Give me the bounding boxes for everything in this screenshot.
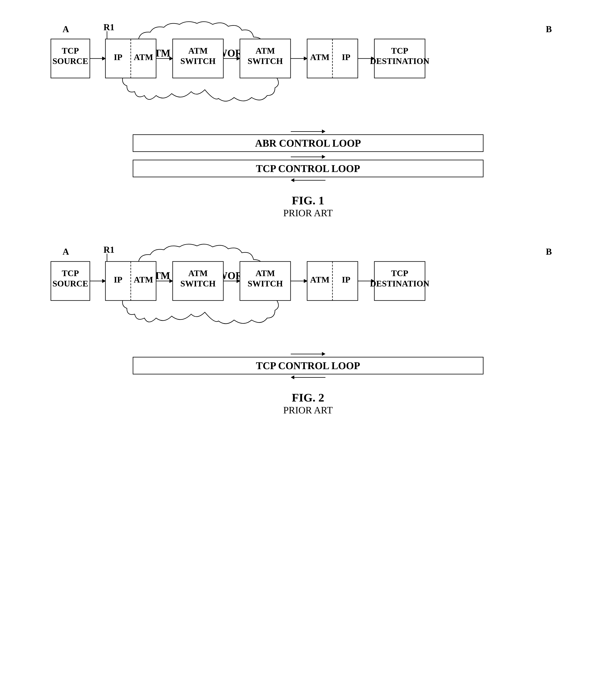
- svg-text:SWITCH: SWITCH: [247, 56, 283, 66]
- svg-text:ATM: ATM: [255, 46, 275, 56]
- fig1-tcp-loop: TCP CONTROL LOOP: [133, 160, 483, 177]
- fig1-label-r1: R1: [103, 22, 114, 32]
- fig2-tcp-arrow-left: [291, 376, 326, 379]
- svg-text:TCP: TCP: [62, 46, 79, 56]
- fig2-subtitle: PRIOR ART: [283, 405, 333, 416]
- svg-text:ATM: ATM: [134, 53, 153, 62]
- figure-2: ATM UBR NETWORK A R1 B TCP SOURCE IP ATM: [23, 238, 593, 416]
- fig1-abr-loop-container: ABR CONTROL LOOP: [133, 129, 483, 152]
- svg-text:ATM: ATM: [310, 275, 329, 285]
- svg-text:TCP: TCP: [391, 268, 408, 278]
- svg-text:SOURCE: SOURCE: [53, 56, 88, 66]
- svg-text:IP: IP: [342, 53, 350, 62]
- fig1-label: FIG. 1 PRIOR ART: [283, 194, 333, 219]
- fig2-label-b: B: [546, 247, 552, 257]
- fig1-abr-arrow-right: [291, 129, 326, 133]
- figure-1: ATM ABR NETWORK A R1 B TCP SOURCE IP ATM: [23, 15, 593, 219]
- fig2-tcp-loop: TCP CONTROL LOOP: [133, 357, 483, 375]
- svg-text:IP: IP: [114, 275, 123, 285]
- svg-text:SWITCH: SWITCH: [180, 56, 215, 66]
- svg-text:ATM: ATM: [310, 53, 329, 62]
- fig2-tcp-arrow-right: [291, 352, 326, 356]
- fig1-diagram: ATM ABR NETWORK A R1 B TCP SOURCE IP ATM: [45, 15, 571, 129]
- svg-text:ATM: ATM: [188, 46, 208, 56]
- svg-text:TCP: TCP: [62, 268, 79, 278]
- svg-text:DESTINATION: DESTINATION: [370, 56, 429, 66]
- fig1-label-a: A: [63, 24, 69, 34]
- fig2-label: FIG. 2 PRIOR ART: [283, 391, 333, 416]
- fig2-diagram: ATM UBR NETWORK A R1 B TCP SOURCE IP ATM: [45, 238, 571, 352]
- fig2-label-r1: R1: [103, 245, 114, 255]
- fig1-abr-loop-label: ABR CONTROL LOOP: [255, 137, 361, 149]
- svg-text:IP: IP: [114, 53, 123, 62]
- svg-text:SOURCE: SOURCE: [53, 279, 88, 288]
- fig2-tcp-loop-label: TCP CONTROL LOOP: [256, 360, 360, 371]
- fig1-label-b: B: [546, 24, 552, 34]
- svg-text:TCP: TCP: [391, 46, 408, 56]
- fig1-title: FIG. 1: [283, 194, 333, 207]
- fig1-abr-loop: ABR CONTROL LOOP: [133, 134, 483, 152]
- fig1-tcp-arrow-left: [291, 178, 326, 182]
- svg-text:SWITCH: SWITCH: [247, 279, 283, 288]
- svg-text:ATM: ATM: [255, 268, 275, 278]
- fig2-tcp-loop-container: TCP CONTROL LOOP: [133, 352, 483, 379]
- svg-text:ATM: ATM: [134, 275, 153, 285]
- fig1-tcp-loop-container: TCP CONTROL LOOP: [133, 155, 483, 182]
- fig1-subtitle: PRIOR ART: [283, 207, 333, 219]
- fig2-label-a: A: [63, 247, 69, 257]
- svg-text:DESTINATION: DESTINATION: [370, 279, 429, 288]
- fig1-tcp-arrow-right: [291, 155, 326, 159]
- fig2-title: FIG. 2: [283, 391, 333, 405]
- fig1-tcp-loop-label: TCP CONTROL LOOP: [256, 163, 360, 174]
- svg-text:IP: IP: [342, 275, 350, 285]
- svg-text:SWITCH: SWITCH: [180, 279, 215, 288]
- svg-text:ATM: ATM: [188, 268, 208, 278]
